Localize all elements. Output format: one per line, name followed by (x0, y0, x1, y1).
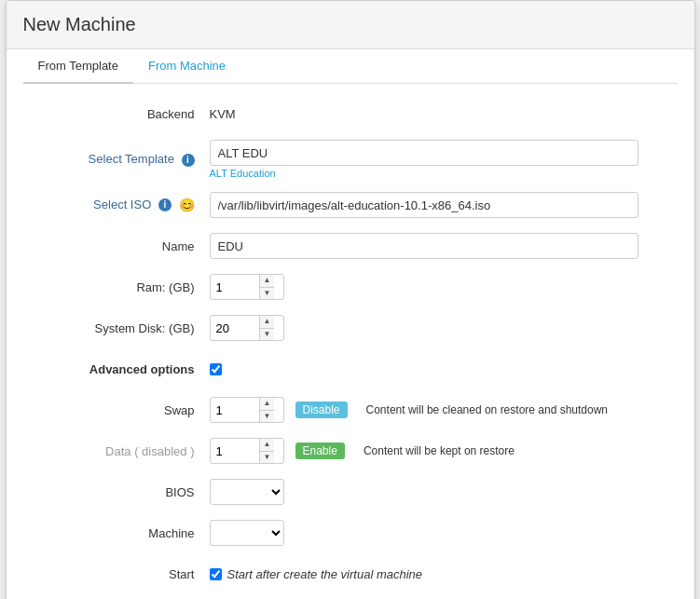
select-iso-label: Select ISO i 😊 (23, 197, 210, 213)
select-template-input-wrap: ALT Education (210, 140, 638, 179)
start-row: Start Start after create the virtual mac… (23, 559, 678, 589)
data-label: Data ( disabled ) (23, 444, 210, 458)
swap-down-btn[interactable]: ▼ (260, 411, 275, 424)
template-sublabel: ALT Education (210, 168, 638, 179)
data-spinner: ▲ ▼ (210, 438, 284, 464)
select-iso-row: Select ISO i 😊 (23, 190, 678, 220)
advanced-options-checkbox[interactable] (210, 363, 222, 375)
start-label: Start (23, 567, 210, 581)
dialog-header: New Machine (7, 1, 694, 49)
select-template-input[interactable] (210, 140, 638, 166)
swap-info: Content will be cleaned on restore and s… (366, 403, 609, 416)
select-template-label: Select Template i (23, 152, 210, 167)
system-disk-down-btn[interactable]: ▼ (260, 329, 275, 342)
select-iso-info-icon[interactable]: i (158, 198, 172, 211)
data-info: Content will be kept on restore (364, 444, 515, 457)
system-disk-label: System Disk: (GB) (23, 321, 210, 335)
ram-up-btn[interactable]: ▲ (260, 274, 275, 288)
advanced-options-label: Advanced options (23, 362, 210, 376)
ram-spinner: ▲ ▼ (210, 274, 284, 300)
machine-label: Machine (23, 526, 210, 540)
system-disk-spinner: ▲ ▼ (210, 315, 284, 341)
system-disk-input[interactable] (211, 318, 259, 339)
swap-spinner: ▲ ▼ (210, 397, 284, 423)
system-disk-up-btn[interactable]: ▲ (260, 315, 275, 329)
data-enable-btn[interactable]: Enable (295, 442, 345, 459)
tabs-bar: From Template From Machine (23, 49, 678, 84)
name-label: Name (23, 239, 210, 253)
select-template-info-icon[interactable]: i (182, 154, 195, 167)
machine-select[interactable] (210, 520, 284, 546)
backend-row: Backend KVM (23, 99, 678, 129)
select-iso-input[interactable] (210, 192, 638, 218)
tab-from-machine[interactable]: From Machine (133, 49, 240, 84)
tab-from-template[interactable]: From Template (23, 49, 133, 84)
swap-row: Swap ▲ ▼ Disable Content will be cleaned… (23, 395, 678, 425)
bios-select[interactable] (210, 479, 284, 505)
system-disk-row: System Disk: (GB) ▲ ▼ (23, 313, 678, 343)
data-up-btn[interactable]: ▲ (260, 438, 275, 452)
dialog-title: New Machine (23, 14, 678, 35)
name-input[interactable] (210, 233, 638, 259)
name-row: Name (23, 231, 678, 261)
swap-disable-btn[interactable]: Disable (295, 402, 348, 418)
start-checkbox[interactable] (210, 568, 222, 580)
advanced-options-row: Advanced options (23, 354, 678, 384)
ram-down-btn[interactable]: ▼ (260, 288, 275, 301)
backend-value: KVM (210, 107, 236, 121)
data-input[interactable] (211, 441, 259, 462)
start-checkbox-label: Start after create the virtual machine (227, 567, 423, 581)
swap-input[interactable] (211, 400, 259, 421)
select-iso-emoji[interactable]: 😊 (179, 197, 195, 212)
dialog-body: From Template From Machine Backend KVM S… (7, 49, 694, 599)
bios-label: BIOS (23, 485, 210, 499)
select-template-row: Select Template i ALT Education (23, 140, 678, 179)
ram-input[interactable] (211, 277, 259, 298)
data-down-btn[interactable]: ▼ (260, 452, 275, 465)
data-row: Data ( disabled ) ▲ ▼ Enable Content wil… (23, 436, 678, 466)
machine-row: Machine (23, 518, 678, 548)
backend-label: Backend (23, 107, 210, 121)
bios-row: BIOS (23, 477, 678, 507)
ram-row: Ram: (GB) ▲ ▼ (23, 272, 678, 302)
swap-up-btn[interactable]: ▲ (260, 397, 275, 411)
swap-label: Swap (23, 403, 210, 417)
new-machine-dialog: New Machine From Template From Machine B… (6, 0, 695, 599)
ram-label: Ram: (GB) (23, 280, 210, 294)
